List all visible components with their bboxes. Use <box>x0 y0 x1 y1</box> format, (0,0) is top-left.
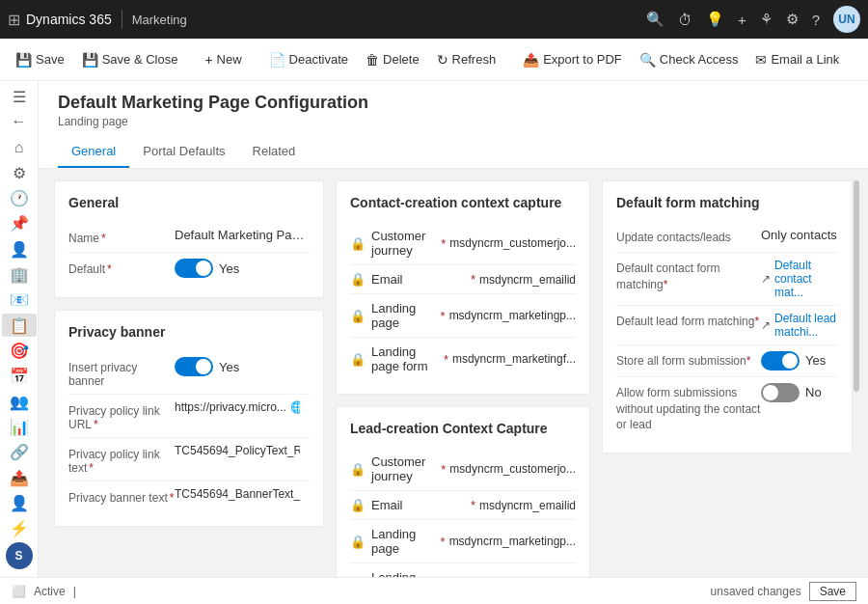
tab-bar: General Portal Defaults Related <box>58 136 849 168</box>
default-lead-form-link[interactable]: Default lead matchi... <box>774 312 838 339</box>
contact-link-icon: ↗ <box>761 272 771 286</box>
tab-related[interactable]: Related <box>239 136 310 168</box>
lc-label-0: Customer journey <box>371 454 437 483</box>
dfm-row-2: Default lead form matching* ↗ Default le… <box>616 306 838 345</box>
nav-user[interactable]: S <box>6 542 33 569</box>
nav-teams[interactable]: 👥 <box>2 390 37 413</box>
nav-back[interactable]: ← <box>2 110 37 133</box>
nav-settings[interactable]: ⚙ <box>2 161 37 184</box>
default-value: Yes <box>175 259 310 278</box>
cc-required-1: * <box>471 272 475 287</box>
privacy-banner-text-value[interactable]: TC545694_BannerText_TjO <box>175 487 300 501</box>
tab-portal-defaults[interactable]: Portal Defaults <box>129 136 238 168</box>
question-icon[interactable]: ? <box>812 12 820 28</box>
cc-row-2: 🔒 Landing page * msdyncrm_marketingp... <box>350 294 576 338</box>
field-name: Name* Default Marketing Page ... <box>68 222 310 253</box>
nav-menu[interactable]: ☰ <box>2 85 37 108</box>
store-submission-toggle[interactable]: Yes <box>761 351 826 371</box>
delete-icon: 🗑 <box>366 52 379 68</box>
nav-forms[interactable]: 📋 <box>2 314 37 337</box>
nav-automation[interactable]: ⚡ <box>2 517 37 540</box>
field-privacy-url: Privacy policy link URL* https://privacy… <box>68 395 310 438</box>
lc-label-2: Landing page <box>371 527 437 556</box>
nav-email[interactable]: 📧 <box>2 288 37 312</box>
refresh-button[interactable]: ↻ Refresh <box>429 46 504 73</box>
default-toggle-switch[interactable] <box>175 259 213 278</box>
tab-general[interactable]: General <box>58 136 129 168</box>
default-toggle-label: Yes <box>219 261 239 276</box>
lc-lock-1: 🔒 <box>350 498 366 512</box>
nav-segments[interactable]: 🎯 <box>2 339 37 362</box>
export-icon: 📤 <box>523 52 539 68</box>
nav-links[interactable]: 🔗 <box>2 441 37 464</box>
lc-value-0[interactable]: msdyncrm_customerjo... <box>449 462 576 476</box>
deactivate-button[interactable]: 📄 Deactivate <box>261 46 356 73</box>
check-access-button[interactable]: 🔍 Check Access <box>632 46 746 73</box>
nav-home[interactable]: ⌂ <box>2 136 37 159</box>
cc-value-2[interactable]: msdyncrm_marketingp... <box>449 309 576 322</box>
lc-value-2[interactable]: msdyncrm_marketingp... <box>449 535 576 548</box>
name-required: * <box>101 232 106 245</box>
lc-value-1[interactable]: msdyncrm_emailid <box>479 499 576 512</box>
status-icon: ⬜ <box>12 585 26 598</box>
filter-icon[interactable]: ⚘ <box>760 11 773 28</box>
allow-submissions-switch[interactable] <box>761 383 800 402</box>
nav-pinned[interactable]: 📌 <box>2 212 37 235</box>
contact-creation-card: Contact-creation context capture 🔒 Custo… <box>336 180 590 395</box>
default-form-title: Default form matching <box>616 195 838 210</box>
default-toggle[interactable]: Yes <box>175 259 239 278</box>
cc-value-3[interactable]: msdyncrm_marketingf... <box>452 352 576 366</box>
new-button[interactable]: + New <box>197 46 249 73</box>
user-avatar[interactable]: UN <box>833 6 860 33</box>
field-default: Default* Yes <box>68 253 310 284</box>
store-submission-switch[interactable] <box>761 351 800 371</box>
nav-analytics[interactable]: 📊 <box>2 415 37 438</box>
timer-icon[interactable]: ⏱ <box>678 12 692 28</box>
insert-privacy-toggle[interactable]: Yes <box>175 357 239 376</box>
allow-submissions-toggle[interactable]: No <box>761 383 822 402</box>
nav-recent[interactable]: 🕐 <box>2 186 37 209</box>
statusbar-save-button[interactable]: Save <box>809 582 856 601</box>
cc-value-0[interactable]: msdyncrm_customerjo... <box>449 236 576 250</box>
lc-row-2: 🔒 Landing page * msdyncrm_marketingp... <box>350 520 576 563</box>
privacy-link-text-value[interactable]: TC545694_PolicyText_Rng <box>175 444 300 457</box>
nav-profile[interactable]: 👤 <box>2 491 37 514</box>
scrollbar-thumb <box>854 180 859 392</box>
lead-creation-card: Lead-creation Context Capture 🔒 Customer… <box>336 406 590 577</box>
save-button[interactable]: 💾 Save <box>8 46 72 73</box>
globe-icon: 🌐 <box>290 400 300 414</box>
topbar-divider <box>122 10 122 29</box>
nav-contacts[interactable]: 👤 <box>2 237 37 261</box>
right-scrollbar[interactable] <box>853 180 860 565</box>
insert-privacy-switch[interactable] <box>175 357 213 376</box>
default-contact-form-link[interactable]: Default contact mat... <box>774 259 838 299</box>
save-close-button[interactable]: 💾 Save & Close <box>74 46 186 73</box>
main-area: Default Marketing Page Configuration Lan… <box>39 81 868 577</box>
new-icon[interactable]: + <box>738 12 746 28</box>
grid-icon[interactable]: ⊞ <box>8 11 20 29</box>
cc-value-1[interactable]: msdyncrm_emailid <box>479 273 576 287</box>
name-value[interactable]: Default Marketing Page ... <box>175 228 310 242</box>
nav-accounts[interactable]: 🏢 <box>2 262 37 286</box>
dfm-row-0: Update contacts/leads Only contacts <box>616 222 838 253</box>
refresh-icon: ↻ <box>437 52 448 68</box>
search-icon[interactable]: 🔍 <box>646 11 665 28</box>
export-pdf-button[interactable]: 📤 Export to PDF <box>515 46 630 73</box>
flow-button[interactable]: → Flow ▾ <box>858 46 868 73</box>
store-submission-label: Yes <box>805 353 826 368</box>
app-logo[interactable]: ⊞ Dynamics 365 Marketing <box>8 10 187 29</box>
lock-icon-0: 🔒 <box>350 236 366 251</box>
cc-label-1: Email <box>371 272 467 287</box>
new-icon: + <box>204 52 212 68</box>
nav-calendar[interactable]: 📅 <box>2 365 37 388</box>
privacy-url-value[interactable]: https://privacy.micro... 🌐 <box>175 400 300 414</box>
settings-icon[interactable]: ⚙ <box>786 11 799 28</box>
delete-button[interactable]: 🗑 Delete <box>358 46 427 73</box>
right-column: Default form matching Update contacts/le… <box>602 180 853 565</box>
left-column: General Name* Default Marketing Page ...… <box>54 180 324 565</box>
help-icon[interactable]: 💡 <box>706 11 724 28</box>
nav-bottom: S <box>6 542 33 569</box>
nav-export[interactable]: 📤 <box>2 466 37 489</box>
email-link-button[interactable]: ✉ Email a Link <box>747 46 847 73</box>
lock-icon-3: 🔒 <box>350 352 366 367</box>
